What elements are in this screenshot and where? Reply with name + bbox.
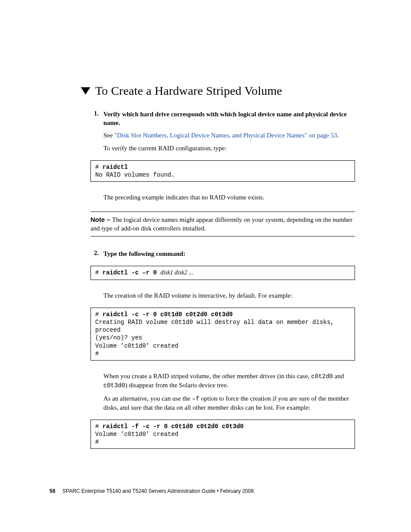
- page-footer: 58 SPARC Enterprise T5140 and T5240 Serv…: [50, 488, 254, 494]
- code-prompt: #: [95, 311, 103, 318]
- code-command: raidctl -c –r 0: [103, 269, 160, 276]
- code-command: raidctl -c -r 0 c0t1d0 c0t2d0 c0t3d0: [103, 311, 233, 318]
- when-create-text: When you create a RAID striped volume, t…: [103, 372, 355, 390]
- triangle-down-icon: [81, 87, 90, 95]
- text-part-2: and: [333, 373, 344, 380]
- creation-text: The creation of the RAID volume is inter…: [103, 291, 355, 300]
- step-2-row: 2. Type the following command:: [94, 249, 355, 258]
- code-output: No RAID volumes found.: [95, 171, 175, 178]
- text-part-1: When you create a RAID striped volume, t…: [103, 373, 311, 380]
- alternative-text: As an alternative, you can use the –f op…: [103, 394, 355, 412]
- device-name-2: c0t3d0: [103, 382, 125, 389]
- code-output: Creating RAID volume c0t1d0 will destroy…: [95, 319, 334, 357]
- step-1-title: Verify which hard drive corresponds with…: [103, 110, 355, 128]
- code-block-2: # raidctl -c –r 0 disk1 disk2 ...: [90, 266, 355, 280]
- code-command: raidctl: [103, 164, 128, 171]
- see-reference: See "Disk Slot Numbers, Logical Device N…: [103, 131, 355, 140]
- code-block-4: # raidctl -f -c -r 0 c0t1d0 c0t2d0 c0t3d…: [90, 420, 355, 449]
- code-block-1: # raidctl No RAID volumes found.: [90, 160, 355, 182]
- note-text: The logical device names might appear di…: [90, 216, 352, 232]
- alt-part-1: As an alternative, you can use the: [103, 395, 192, 402]
- code-prompt: #: [95, 423, 103, 430]
- see-suffix: .: [337, 132, 339, 139]
- section-heading-row: To Create a Hardware Striped Volume: [82, 84, 355, 98]
- note-label: Note –: [90, 216, 112, 223]
- option-f: –f: [192, 395, 199, 402]
- cross-reference-link[interactable]: "Disk Slot Numbers, Logical Device Names…: [114, 132, 337, 139]
- step-1-row: 1. Verify which hard drive corresponds w…: [94, 110, 355, 128]
- code-args: disk1 disk2 ...: [160, 269, 193, 276]
- step-2-title: Type the following command:: [103, 249, 185, 258]
- footer-text: SPARC Enterprise T5140 and T5240 Servers…: [62, 488, 254, 494]
- code-command: raidctl -f -c -r 0 c0t1d0 c0t2d0 c0t3d0: [103, 423, 244, 430]
- step-2-number: 2.: [94, 249, 103, 258]
- step-1-number: 1.: [94, 110, 103, 128]
- page-number: 58: [50, 488, 55, 494]
- code-output: Volume 'c0t1d0' created #: [95, 431, 178, 445]
- code-prompt: #: [95, 164, 103, 171]
- text-part-3: ) disappear from the Solaris device tree…: [125, 382, 228, 389]
- see-prefix: See: [103, 132, 114, 139]
- preceding-text: The preceding example indicates that no …: [103, 193, 355, 202]
- note-box: Note – The logical device names might ap…: [90, 212, 355, 237]
- device-name-1: c0t2d0: [311, 373, 333, 380]
- section-title: To Create a Hardware Striped Volume: [95, 84, 282, 98]
- verify-text: To verify the current RAID configuration…: [103, 144, 355, 152]
- code-prompt: #: [95, 269, 103, 276]
- code-block-3: # raidctl -c -r 0 c0t1d0 c0t2d0 c0t3d0 C…: [90, 308, 355, 361]
